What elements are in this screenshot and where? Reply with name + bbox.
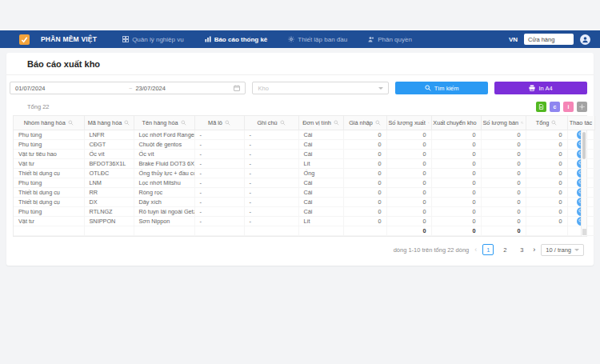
- table-row[interactable]: Vật tư BFDOT36X1L Brake Fluid DOT3 6X1L …: [14, 158, 594, 168]
- date-range-picker[interactable]: 01/07/2024 ~ 23/07/2024: [10, 82, 246, 94]
- pdf-glyph: i: [568, 104, 570, 110]
- cell-qty-sold: 0: [481, 178, 526, 187]
- cell-qty-sold: 0: [481, 168, 526, 178]
- export-buttons: c i: [536, 102, 587, 112]
- table-row[interactable]: Thiết bị dụng cụ RR Ròng rọc - - Cái 0 0…: [14, 187, 594, 197]
- cell-note: -: [244, 187, 298, 197]
- nav-item-thiet-lap-ban-dau[interactable]: Thiết lập ban đầu: [288, 36, 347, 43]
- report-card: Báo cáo xuất kho 01/07/2024 ~ 23/07/2024…: [6, 53, 594, 266]
- pagination: dòng 1-10 trên tổng 22 dòng ‹ 1 2 3 › 10…: [6, 237, 594, 259]
- cell-lot: -: [194, 149, 244, 158]
- grid-icon: [122, 36, 129, 42]
- col-header-ten-hang-hoa[interactable]: Tên hàng hóa: [134, 116, 194, 130]
- table-row[interactable]: Vật tư SNIPPON Sơn Nippon - - Lít 0 0 0 …: [14, 216, 594, 226]
- summary-cell-note: [244, 226, 298, 235]
- date-to-value[interactable]: 23/07/2024: [135, 85, 234, 92]
- table-row[interactable]: Thiết bị dụng cụ OTLĐC Ống thủy lực + đầ…: [14, 168, 594, 178]
- store-select[interactable]: Cửa hàng: [524, 34, 574, 45]
- cell-group: Thiết bị dụng cụ: [14, 197, 84, 206]
- cell-code: CĐGT: [84, 139, 134, 149]
- next-page-button[interactable]: ›: [533, 246, 535, 254]
- table-footer: 0 0 0: [14, 226, 594, 235]
- cell-group: Vật tư tiêu hao: [14, 149, 84, 158]
- nav-item-label: Quản lý nghiệp vụ: [132, 36, 184, 43]
- cell-qty-export: 0: [386, 216, 431, 226]
- vertical-scrollbar[interactable]: [581, 130, 586, 236]
- cell-qty-export: 0: [386, 178, 431, 187]
- col-header-tong[interactable]: Tổng: [526, 116, 567, 130]
- cell-qty-export: 0: [386, 139, 431, 149]
- page-button-3[interactable]: 3: [516, 244, 527, 255]
- search-icon: [375, 120, 381, 126]
- page-title: Báo cáo xuất kho: [6, 53, 594, 75]
- cell-note: -: [244, 197, 298, 206]
- table-row[interactable]: Phụ tùng LNFR Lọc nhớt Ford Ranger - - C…: [14, 130, 594, 139]
- cell-price: 0: [343, 206, 386, 216]
- date-from-value[interactable]: 01/07/2024: [15, 85, 126, 92]
- cell-note: -: [244, 158, 298, 168]
- scrollbar-thumb[interactable]: [582, 132, 586, 159]
- cell-qty-transfer: 0: [431, 158, 481, 168]
- cell-price: 0: [343, 149, 386, 158]
- page-size-select[interactable]: 10 / trang: [541, 244, 584, 256]
- cell-group: Phụ tùng: [14, 206, 84, 216]
- col-header-ma-lo[interactable]: Mã lô: [194, 116, 244, 130]
- print-a4-button[interactable]: In A4: [494, 82, 587, 94]
- col-label: Đơn vị tính: [302, 119, 331, 126]
- summary-row: 0 0 0: [14, 226, 594, 235]
- user-avatar-icon[interactable]: [580, 34, 590, 45]
- export-csv-button[interactable]: c: [550, 102, 560, 112]
- cell-qty-export: 0: [386, 158, 431, 168]
- col-header-ma-hang-hoa[interactable]: Mã hàng hóa: [84, 116, 134, 130]
- export-report-table: Nhóm hàng hóa Mã hàng hóa Tên hàng hóa M…: [14, 116, 595, 236]
- summary-cell-group: [14, 226, 84, 235]
- col-header-xuat-chuyen-kho[interactable]: Xuất chuyển kho: [431, 116, 481, 130]
- nav-item-bao-cao-thong-ke[interactable]: Báo cáo thống kê: [205, 36, 268, 43]
- page-button-2[interactable]: 2: [499, 244, 510, 255]
- table-row[interactable]: Phụ tùng CĐGT Chuột đề gentos - - Cái 0 …: [14, 139, 594, 149]
- export-pdf-button[interactable]: i: [563, 102, 574, 112]
- cell-code: RR: [84, 187, 134, 197]
- total-count-label: Tổng 22: [27, 103, 50, 110]
- warehouse-select[interactable]: Kho: [252, 82, 389, 94]
- cell-unit: Lít: [298, 216, 343, 226]
- warehouse-placeholder: Kho: [258, 85, 268, 92]
- col-header-ghi-chu[interactable]: Ghi chú: [244, 116, 298, 130]
- cell-qty-transfer: 0: [431, 168, 481, 178]
- prev-page-button[interactable]: ‹: [474, 246, 477, 254]
- cell-qty-export: 0: [386, 206, 431, 216]
- report-table: Nhóm hàng hóa Mã hàng hóa Tên hàng hóa M…: [13, 115, 587, 237]
- cell-name: Dây xích: [134, 197, 194, 206]
- table-row[interactable]: Phụ tùng LNM Lọc nhớt Mitshu - - Cái 0 0…: [14, 178, 594, 187]
- export-excel-button[interactable]: [536, 102, 546, 112]
- date-separator: ~: [126, 85, 135, 92]
- table-row[interactable]: Thiết bị dụng cụ DX Dây xích - - Cái 0 0…: [14, 197, 594, 206]
- cell-qty-export: 0: [386, 197, 431, 206]
- search-icon: [521, 120, 523, 126]
- nav-item-label: Báo cáo thống kê: [214, 36, 268, 43]
- cell-price: 0: [343, 197, 386, 206]
- cell-price: 0: [343, 187, 386, 197]
- page-button-1[interactable]: 1: [482, 244, 494, 255]
- nav-item-phan-quyen[interactable]: Phân quyền: [368, 36, 412, 43]
- cell-note: -: [244, 178, 298, 187]
- cell-total: 0: [526, 149, 567, 158]
- column-settings-button[interactable]: [577, 102, 587, 112]
- search-button[interactable]: Tìm kiếm: [395, 82, 488, 94]
- col-header-gia-nhap[interactable]: Giá nhập: [343, 116, 386, 130]
- nav-item-quan-ly-nghiep-vu[interactable]: Quản lý nghiệp vụ: [122, 36, 184, 43]
- search-icon: [551, 120, 557, 126]
- col-header-nhom-hang-hoa[interactable]: Nhóm hàng hóa: [14, 116, 84, 130]
- cell-code: DX: [84, 197, 134, 206]
- col-header-so-luong-xuat[interactable]: Số lượng xuất: [386, 116, 431, 130]
- locale-label[interactable]: VN: [509, 36, 518, 43]
- table-row[interactable]: Phụ tùng RTLNGZ Rô tuyn lái ngoài Getz -…: [14, 206, 594, 216]
- nav-item-label: Thiết lập ban đầu: [298, 36, 347, 43]
- cell-unit: Cái: [298, 130, 343, 139]
- table-row[interactable]: Vật tư tiêu hao Ốc vít Ốc vít - - Cái 0 …: [14, 149, 594, 158]
- cell-code: OTLĐC: [84, 168, 134, 178]
- cell-code: RTLNGZ: [84, 206, 134, 216]
- cell-code: BFDOT36X1L: [84, 158, 134, 168]
- col-header-don-vi-tinh[interactable]: Đơn vị tính: [298, 116, 343, 130]
- col-header-so-luong-ban[interactable]: Số lượng bán: [481, 116, 526, 130]
